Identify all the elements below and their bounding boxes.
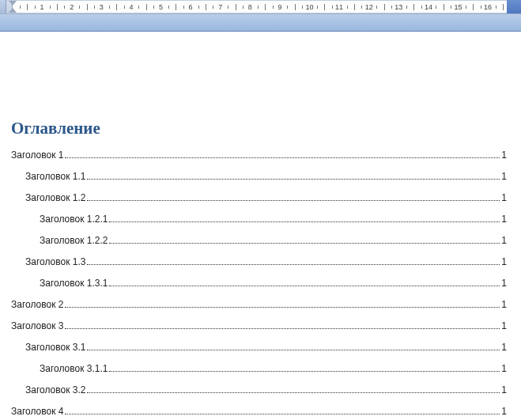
toc-entry[interactable]: Заголовок 1.31	[11, 256, 521, 267]
toc-entry[interactable]: Заголовок 1.21	[11, 192, 521, 203]
toc-entry-label: Заголовок 1.3	[25, 256, 85, 267]
toc-entry[interactable]: Заголовок 1.3.11	[11, 278, 521, 289]
toc-entry-page: 1	[501, 171, 521, 182]
toc-entry[interactable]: Заголовок 1.11	[11, 171, 521, 182]
toc-entry-label: Заголовок 3	[11, 320, 63, 331]
ruler-number: 9	[277, 3, 281, 11]
toc-entry-page: 1	[501, 256, 521, 267]
toc-title: Оглавление	[11, 119, 521, 138]
toc-entry[interactable]: Заголовок 31	[11, 320, 521, 331]
toc-entry-page: 1	[501, 149, 521, 161]
ruler-number: 2	[70, 3, 74, 11]
document-page[interactable]: Оглавление Заголовок 11Заголовок 1.11Заг…	[0, 32, 521, 417]
ruler-number: 16	[484, 3, 492, 11]
first-line-indent-marker[interactable]	[9, 1, 17, 6]
toc-entry-label: Заголовок 1.1	[25, 171, 85, 182]
toc-entry-page: 1	[501, 192, 521, 203]
toc-entry-page: 1	[501, 299, 521, 310]
toc-entry[interactable]: Заголовок 3.1.11	[11, 363, 521, 374]
ruler-number: 3	[100, 3, 104, 11]
ruler-number: 13	[395, 3, 402, 11]
toc-entry-page: 1	[501, 363, 521, 374]
toc-entry[interactable]: Заголовок 11	[11, 149, 521, 161]
toc-leader-dots	[65, 414, 500, 414]
toc-entry-page: 1	[501, 320, 521, 331]
toc-entry-label: Заголовок 1.3.1	[40, 278, 108, 289]
toc-entry-label: Заголовок 3.1	[25, 342, 85, 353]
toc-entry-label: Заголовок 3.1.1	[40, 363, 108, 374]
toc-entry[interactable]: Заголовок 21	[11, 299, 521, 310]
toc-entry-label: Заголовок 1	[11, 149, 63, 161]
document-top-edge	[0, 14, 521, 32]
toc-leader-dots	[109, 221, 500, 222]
toc-leader-dots	[109, 371, 500, 372]
toc-leader-dots	[87, 200, 500, 201]
toc-leader-dots	[109, 243, 500, 244]
toc-leader-dots	[87, 179, 500, 180]
toc-entry[interactable]: Заголовок 41	[11, 406, 521, 417]
toc-leader-dots	[65, 328, 500, 329]
ruler-number: 14	[425, 3, 432, 11]
toc-entry-page: 1	[501, 214, 521, 225]
toc-entry[interactable]: Заголовок 3.21	[11, 384, 521, 395]
ruler-number: 5	[159, 3, 163, 11]
ruler-left-cap	[0, 0, 6, 13]
toc-entry-label: Заголовок 4	[11, 406, 63, 417]
toc-leader-dots	[109, 286, 500, 286]
ruler-number: 8	[248, 3, 252, 11]
toc-entry-page: 1	[501, 235, 521, 246]
toc-leader-dots	[87, 392, 500, 393]
toc-entry-page: 1	[501, 342, 521, 353]
toc-leader-dots	[87, 264, 500, 265]
toc-entry-page: 1	[501, 384, 521, 395]
toc-leader-dots	[87, 350, 500, 350]
ruler-number: 4	[129, 3, 133, 11]
ruler-number: 1	[40, 3, 44, 11]
toc-entry-page: 1	[501, 278, 521, 289]
ruler-number: 12	[365, 3, 373, 11]
ruler-scale[interactable]: 12345678910111213141516	[6, 0, 521, 13]
ruler-right-cap	[507, 0, 521, 13]
toc-entry-page: 1	[501, 406, 521, 417]
ruler-number: 7	[218, 3, 222, 11]
toc-entry-label: Заголовок 1.2	[25, 192, 85, 203]
toc-entry[interactable]: Заголовок 1.2.11	[11, 214, 521, 225]
toc-entry-label: Заголовок 2	[11, 299, 63, 310]
ruler-number: 6	[189, 3, 193, 11]
toc-leader-dots	[65, 157, 500, 158]
toc-list: Заголовок 11Заголовок 1.11Заголовок 1.21…	[11, 149, 521, 417]
toc-entry-label: Заголовок 3.2	[25, 384, 85, 395]
toc-entry[interactable]: Заголовок 3.11	[11, 342, 521, 353]
toc-leader-dots	[65, 307, 500, 308]
ruler-number: 10	[306, 3, 314, 11]
ruler-number: 15	[455, 3, 462, 11]
hanging-indent-marker[interactable]	[9, 8, 17, 13]
toc-entry-label: Заголовок 1.2.1	[40, 214, 108, 225]
toc-entry-label: Заголовок 1.2.2	[40, 235, 108, 246]
toc-entry[interactable]: Заголовок 1.2.21	[11, 235, 521, 246]
horizontal-ruler[interactable]: 12345678910111213141516	[0, 0, 521, 14]
ruler-number: 11	[335, 3, 343, 11]
